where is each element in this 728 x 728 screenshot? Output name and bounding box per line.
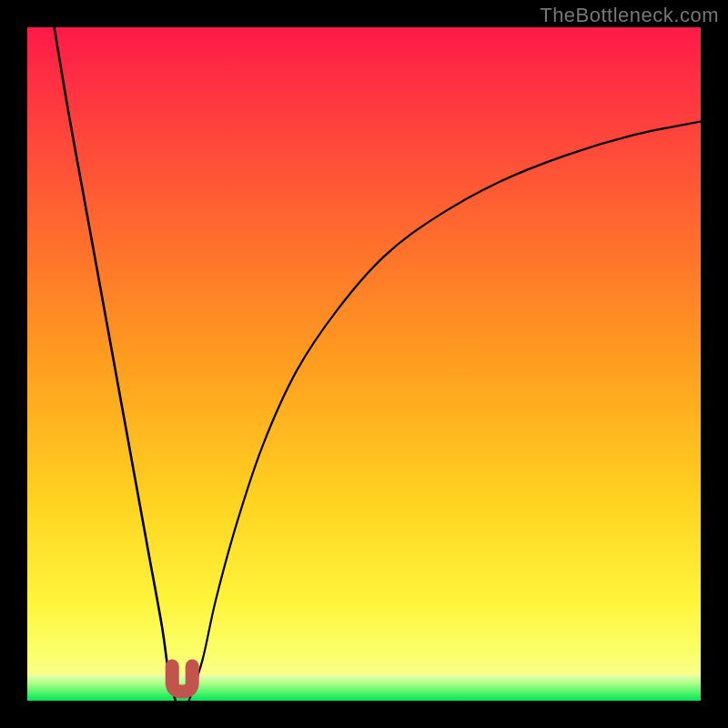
gradient-background: [27, 27, 701, 701]
attribution-text: TheBottleneck.com: [540, 4, 719, 27]
green-band: [27, 675, 701, 701]
chart-frame: TheBottleneck.com: [0, 0, 728, 728]
bottleneck-chart: [27, 27, 701, 701]
